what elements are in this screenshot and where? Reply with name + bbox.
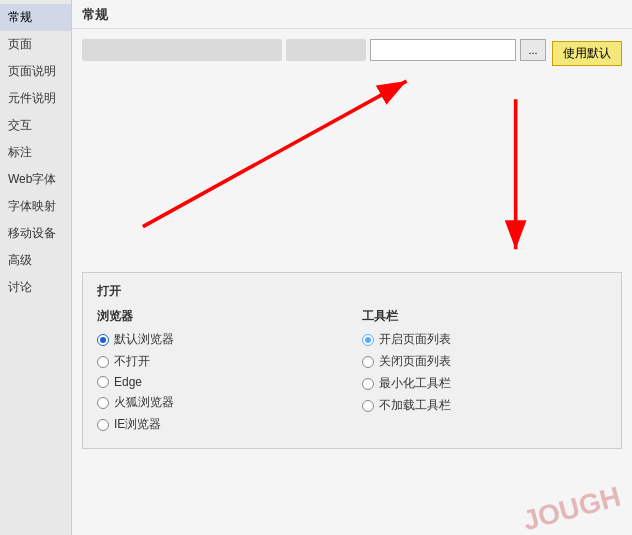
sidebar-item-annotation[interactable]: 标注 <box>0 139 71 166</box>
blur-image-2 <box>286 39 366 61</box>
main-content: 常规 ... 使用默认 <box>72 0 632 535</box>
sidebar-item-element-desc[interactable]: 元件说明 <box>0 85 71 112</box>
toolbar-column: 工具栏 开启页面列表 关闭页面列表 最小化工具栏 <box>362 308 607 438</box>
sidebar-item-general[interactable]: 常规 <box>0 4 71 31</box>
radio-close-pagelist[interactable]: 关闭页面列表 <box>362 353 607 370</box>
radio-open-pagelist-circle[interactable] <box>362 334 374 346</box>
toolbar-column-title: 工具栏 <box>362 308 607 325</box>
radio-no-open[interactable]: 不打开 <box>97 353 342 370</box>
radio-ie-label: IE浏览器 <box>114 416 161 433</box>
sidebar-item-advanced[interactable]: 高级 <box>0 247 71 274</box>
sidebar-item-fontmap[interactable]: 字体映射 <box>0 193 71 220</box>
browse-button[interactable]: ... <box>520 39 546 61</box>
svg-line-2 <box>143 81 407 226</box>
radio-edge-circle[interactable] <box>97 376 109 388</box>
radio-open-pagelist[interactable]: 开启页面列表 <box>362 331 607 348</box>
sidebar: 常规 页面 页面说明 元件说明 交互 标注 Web字体 字体映射 移动设备 高级… <box>0 0 72 535</box>
radio-ie-circle[interactable] <box>97 419 109 431</box>
top-row: ... 使用默认 <box>82 39 622 66</box>
radio-firefox[interactable]: 火狐浏览器 <box>97 394 342 411</box>
radio-firefox-label: 火狐浏览器 <box>114 394 174 411</box>
path-input[interactable] <box>370 39 516 61</box>
radio-ie[interactable]: IE浏览器 <box>97 416 342 433</box>
blur-image-1 <box>82 39 282 61</box>
bottom-section-title: 打开 <box>97 283 607 300</box>
sidebar-item-page-desc[interactable]: 页面说明 <box>0 58 71 85</box>
radio-default-browser-label: 默认浏览器 <box>114 331 174 348</box>
sidebar-item-interaction[interactable]: 交互 <box>0 112 71 139</box>
sidebar-item-webfont[interactable]: Web字体 <box>0 166 71 193</box>
empty-area <box>82 72 622 272</box>
top-inputs: ... <box>82 39 546 61</box>
browser-column-title: 浏览器 <box>97 308 342 325</box>
sidebar-item-discussion[interactable]: 讨论 <box>0 274 71 301</box>
radio-no-toolbar[interactable]: 不加载工具栏 <box>362 397 607 414</box>
arrows-overlay <box>82 72 622 272</box>
radio-minimize-toolbar-circle[interactable] <box>362 378 374 390</box>
main-title: 常规 <box>72 0 632 29</box>
radio-edge-label: Edge <box>114 375 142 389</box>
use-default-button[interactable]: 使用默认 <box>552 41 622 66</box>
radio-minimize-toolbar[interactable]: 最小化工具栏 <box>362 375 607 392</box>
columns: 浏览器 默认浏览器 不打开 Edge <box>97 308 607 438</box>
radio-default-browser-circle[interactable] <box>97 334 109 346</box>
radio-firefox-circle[interactable] <box>97 397 109 409</box>
radio-close-pagelist-label: 关闭页面列表 <box>379 353 451 370</box>
radio-no-toolbar-label: 不加载工具栏 <box>379 397 451 414</box>
radio-minimize-toolbar-label: 最小化工具栏 <box>379 375 451 392</box>
sidebar-item-page[interactable]: 页面 <box>0 31 71 58</box>
radio-edge[interactable]: Edge <box>97 375 342 389</box>
radio-no-toolbar-circle[interactable] <box>362 400 374 412</box>
radio-default-browser[interactable]: 默认浏览器 <box>97 331 342 348</box>
radio-open-pagelist-label: 开启页面列表 <box>379 331 451 348</box>
sidebar-item-mobile[interactable]: 移动设备 <box>0 220 71 247</box>
bottom-section: 打开 浏览器 默认浏览器 不打开 <box>82 272 622 449</box>
watermark: JOUGH <box>520 481 624 535</box>
radio-close-pagelist-circle[interactable] <box>362 356 374 368</box>
content-area: ... 使用默认 <box>72 29 632 535</box>
radio-no-open-circle[interactable] <box>97 356 109 368</box>
radio-no-open-label: 不打开 <box>114 353 150 370</box>
browser-column: 浏览器 默认浏览器 不打开 Edge <box>97 308 342 438</box>
